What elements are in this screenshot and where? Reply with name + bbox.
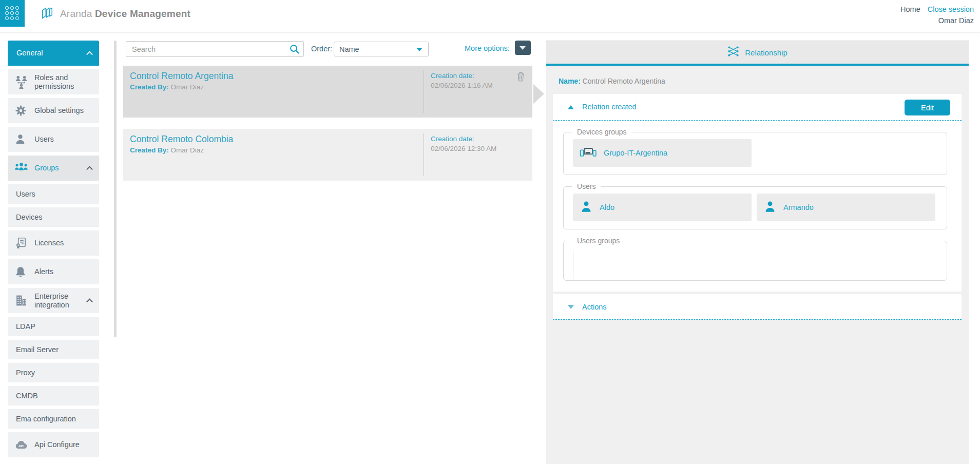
list-item[interactable]: Control Remoto Colombia Created By: Omar… (123, 129, 532, 181)
order-label: Order: (311, 45, 332, 53)
home-link[interactable]: Home (900, 5, 920, 13)
sidebar-item-roles-permissions[interactable]: Roles and permissions (8, 69, 99, 94)
gear-icon (14, 104, 28, 117)
roles-icon (14, 75, 28, 89)
session-area: HomeClose session Omar Diaz (900, 4, 974, 26)
collapse-triangle-icon[interactable] (568, 105, 574, 109)
search-input[interactable] (126, 41, 304, 57)
sidebar-item-email-server[interactable]: Email Server (8, 340, 99, 359)
users-legend: Users (572, 182, 601, 190)
chip-label: Aldo (600, 203, 614, 211)
creation-date: Creation date: 02/06/2026 1:16 AM (431, 72, 493, 89)
sidebar-item-groups-users[interactable]: Users (8, 184, 99, 204)
sidebar-item-ema-configuration[interactable]: Ema configuration (8, 409, 99, 429)
sidebar-item-label: Groups (34, 164, 59, 172)
sidebar-item-label: Roles and permissions (34, 73, 87, 91)
search-box (126, 41, 304, 57)
topbar: Aranda Device Management HomeClose sessi… (0, 0, 980, 32)
list-item[interactable]: Control Remoto Argentina Created By: Oma… (123, 66, 532, 118)
bell-icon (14, 266, 28, 278)
order-select-value: Name (339, 45, 359, 53)
detail-header-title: Relationship (745, 48, 787, 57)
users-fieldset: Users Aldo Armando (563, 182, 947, 229)
sidebar-section-label: General (16, 49, 43, 57)
sidebar-item-global-settings[interactable]: Global settings (8, 98, 99, 123)
sidebar-item-label: Alerts (34, 267, 53, 276)
device-group-chip[interactable]: Grupo-IT-Argentina (573, 139, 752, 167)
app-launcher-button[interactable] (0, 0, 25, 27)
edit-button[interactable]: Edit (905, 100, 950, 115)
sidebar-item-alerts[interactable]: Alerts (8, 259, 99, 284)
user-icon (763, 200, 777, 215)
creation-date-value: 02/06/2026 12:30 AM (431, 145, 496, 152)
sidebar-item-label: Licenses (34, 239, 64, 247)
sidebar-item-cmdb[interactable]: CMDB (8, 386, 99, 405)
sidebar-item-label: LDAP (16, 322, 35, 331)
chevron-up-icon (86, 298, 93, 305)
sidebar-item-label: Proxy (16, 369, 35, 377)
sidebar-item-licenses[interactable]: Licenses (8, 230, 99, 256)
devices-icon (580, 146, 597, 160)
sidebar: General Roles and permissions (8, 41, 99, 461)
creation-date-label: Creation date: (431, 135, 496, 143)
more-options-button[interactable] (515, 41, 531, 55)
expand-triangle-icon[interactable] (568, 305, 574, 309)
relationship-icon (727, 45, 740, 60)
groups-icon (14, 161, 28, 175)
grid-icon (5, 6, 20, 21)
creation-date: Creation date: 02/06/2026 12:30 AM (431, 135, 496, 152)
brand: Aranda Device Management (40, 6, 190, 22)
user-icon (14, 133, 28, 145)
devices-groups-legend: Devices groups (572, 128, 631, 136)
name-row: Name: Control Remoto Argentina (559, 77, 665, 85)
detail-header: Relationship (546, 41, 969, 66)
created-by-value: Omar Diaz (171, 83, 204, 91)
actions-section-title[interactable]: Actions (582, 303, 607, 311)
sidebar-item-proxy[interactable]: Proxy (8, 363, 99, 382)
sidebar-item-label: Email Server (16, 345, 59, 354)
api-cloud-icon: API (14, 438, 28, 452)
svg-text:API: API (18, 444, 24, 447)
divider (424, 133, 424, 176)
creation-date-value: 02/06/2026 1:16 AM (431, 82, 493, 89)
sidebar-item-label: Enterprise integration (34, 292, 87, 310)
sidebar-item-label: Users (16, 190, 35, 199)
close-session-link[interactable]: Close session (928, 5, 974, 13)
sidebar-item-groups[interactable]: Groups (8, 156, 99, 181)
user-chip[interactable]: Aldo (573, 194, 752, 221)
sidebar-section-general[interactable]: General (8, 41, 99, 66)
sidebar-item-label: Ema configuration (16, 415, 76, 423)
created-by-label: Created By: (130, 146, 169, 154)
trash-icon[interactable] (516, 71, 526, 84)
relation-card: Relation created Edit Devices groups Gru… (553, 94, 962, 292)
chip-label: Grupo-IT-Argentina (604, 149, 667, 157)
name-value: Control Remoto Argentina (583, 77, 665, 85)
sidebar-scrollbar[interactable] (114, 41, 117, 337)
app-title: Aranda Device Management (60, 8, 190, 20)
sidebar-item-groups-devices[interactable]: Devices (8, 207, 99, 227)
more-options-link[interactable]: More options: (465, 44, 510, 52)
license-icon (14, 237, 28, 249)
sidebar-item-label: Users (34, 135, 54, 144)
actions-section-header: Actions (553, 294, 962, 320)
sidebar-item-ldap[interactable]: LDAP (8, 317, 99, 336)
created-by-label: Created By: (130, 83, 169, 91)
user-chip[interactable]: Armando (757, 194, 935, 221)
divider (424, 70, 424, 113)
chevron-down-icon (416, 48, 422, 51)
chip-label: Armando (783, 203, 814, 211)
sidebar-item-enterprise-integration[interactable]: Enterprise integration (8, 288, 99, 313)
order-select[interactable]: Name (334, 42, 429, 56)
user-icon (580, 200, 593, 215)
search-icon[interactable] (289, 44, 300, 56)
creation-date-label: Creation date: (431, 72, 493, 80)
relation-section-title[interactable]: Relation created (582, 103, 637, 111)
sidebar-item-users[interactable]: Users (8, 127, 99, 152)
sidebar-item-label: Global settings (34, 106, 84, 115)
chevron-up-icon (86, 51, 93, 57)
sidebar-item-api-configure[interactable]: API Api Configure (8, 432, 99, 457)
sidebar-item-label: Devices (16, 213, 43, 222)
building-icon (14, 294, 28, 307)
sidebar-item-label: CMDB (16, 392, 38, 400)
selected-item-arrow (533, 84, 544, 104)
